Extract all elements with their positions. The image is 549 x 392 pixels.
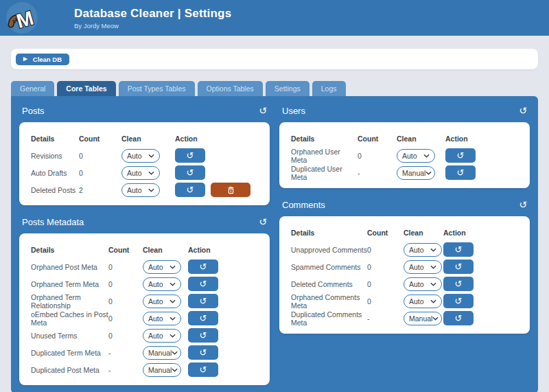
tab-settings[interactable]: Settings [266,81,309,96]
play-icon: ▶ [23,56,27,62]
table-row: Duplicated Comments Meta-Manual↺ [291,310,518,327]
clean-select[interactable]: Auto [121,183,160,197]
chevron-down-icon [430,299,436,303]
clean-select[interactable]: Auto [143,260,181,274]
panel-posts-header: Posts ↺ [22,104,267,117]
left-column: Posts ↺ Details Count Clean Action Revis… [19,103,270,385]
clean-db-button[interactable]: ▶ Clean DB [16,54,69,65]
clean-select[interactable]: Auto [404,277,442,291]
clean-select[interactable]: Auto [143,277,181,291]
row-actions: ↺ [175,183,258,197]
clean-select[interactable]: Auto [143,329,181,343]
row-actions: ↺ [188,362,258,377]
trash-button[interactable] [211,183,250,197]
refresh-button[interactable]: ↺ [175,183,205,197]
row-details: Unapproved Comments [291,246,367,254]
row-count: 0 [108,263,143,271]
row-actions: ↺ [188,311,258,325]
meow-apps-logo-icon: M [5,1,38,34]
row-count: 0 [108,332,143,340]
users-card: Details Count Clean Action Orphaned User… [279,122,530,188]
table-row: Deleted Posts2Auto↺ [31,181,258,198]
row-details: Duplicated User Meta [291,165,358,181]
clean-select[interactable]: Manual [397,166,435,180]
refresh-button[interactable]: ↺ [188,345,218,360]
row-count: - [358,169,397,177]
col-clean: Clean [397,135,445,143]
clean-select[interactable]: Manual [143,363,181,377]
refresh-button[interactable]: ↺ [188,294,218,308]
tab-core-tables[interactable]: Core Tables [57,81,115,96]
refresh-button[interactable]: ↺ [188,277,218,291]
clean-select[interactable]: Auto [143,295,181,308]
row-count: 2 [79,186,121,194]
panel-title: Posts Metadata [22,217,84,227]
clean-select-value: Manual [148,349,172,357]
refresh-button[interactable]: ↺ [443,311,474,325]
chevron-down-icon [430,248,436,252]
row-actions: ↺ [188,328,258,343]
page-title: Database Cleaner | Settings [74,7,231,21]
refresh-button[interactable]: ↺ [443,242,474,257]
tab-post-types-tables[interactable]: Post Types Tables [119,81,195,96]
clean-select[interactable]: Auto [121,166,160,180]
table-row: Orphaned Post Meta0Auto↺ [31,258,258,275]
refresh-icon[interactable]: ↺ [259,217,267,227]
refresh-button[interactable]: ↺ [443,294,474,308]
refresh-icon[interactable]: ↺ [519,200,527,209]
row-count: 0 [108,297,143,305]
row-count: 0 [108,280,143,288]
refresh-button[interactable]: ↺ [188,362,218,377]
clean-select[interactable]: Auto [121,149,160,163]
row-details: Duplicated Comments Meta [291,310,367,327]
refresh-button[interactable]: ↺ [443,260,474,274]
col-count: Count [79,135,121,143]
chevron-down-icon [172,351,178,355]
tab-logs[interactable]: Logs [312,81,346,96]
refresh-button[interactable]: ↺ [445,165,476,180]
refresh-button[interactable]: ↺ [188,328,218,343]
clean-select[interactable]: Auto [404,243,442,257]
row-count: 0 [367,297,404,305]
content-area: Posts ↺ Details Count Clean Action Revis… [11,96,538,392]
chevron-down-icon [430,282,436,286]
row-actions: ↺ [443,311,518,325]
clean-select[interactable]: Auto [404,260,442,274]
clean-select-value: Auto [148,263,163,271]
refresh-button[interactable]: ↺ [175,148,205,163]
clean-select-value: Auto [409,280,424,288]
refresh-button[interactable]: ↺ [175,165,205,180]
refresh-button[interactable]: ↺ [445,148,476,163]
clean-select-value: Auto [402,152,417,160]
tab-bar: GeneralCore TablesPost Types TablesOptio… [11,81,538,96]
refresh-button[interactable]: ↺ [443,277,474,291]
refresh-icon[interactable]: ↺ [519,106,527,115]
table-row: Orphaned Comments Meta0Auto↺ [291,292,518,310]
clean-select[interactable]: Auto [143,312,181,325]
clean-select-value: Auto [127,152,142,160]
clean-select-value: Auto [409,246,424,254]
row-actions: ↺ [188,277,258,291]
clean-select[interactable]: Manual [143,346,181,360]
col-details: Details [31,135,79,143]
panel-comments: Comments ↺ Details Count Clean Action Un… [279,197,530,334]
refresh-icon[interactable]: ↺ [259,106,267,115]
row-actions: ↺ [443,260,518,274]
panel-title: Posts [22,106,45,116]
trash-icon [227,186,235,194]
row-details: Revisions [31,152,79,160]
table-row: Orphaned User Meta0Auto↺ [291,147,518,164]
clean-select[interactable]: Manual [404,312,442,325]
row-actions: ↺ [443,277,518,291]
tab-options-tables[interactable]: Options Tables [198,81,263,96]
refresh-button[interactable]: ↺ [188,311,218,325]
row-count: 0 [367,263,404,271]
clean-select[interactable]: Auto [404,295,442,308]
refresh-button[interactable]: ↺ [188,260,218,274]
row-actions: ↺ [445,148,518,163]
row-details: Spammed Comments [291,263,367,271]
tab-general[interactable]: General [11,81,54,96]
row-details: Orphaned Term Meta [31,280,108,288]
col-details: Details [291,135,358,143]
clean-select[interactable]: Auto [397,149,435,163]
